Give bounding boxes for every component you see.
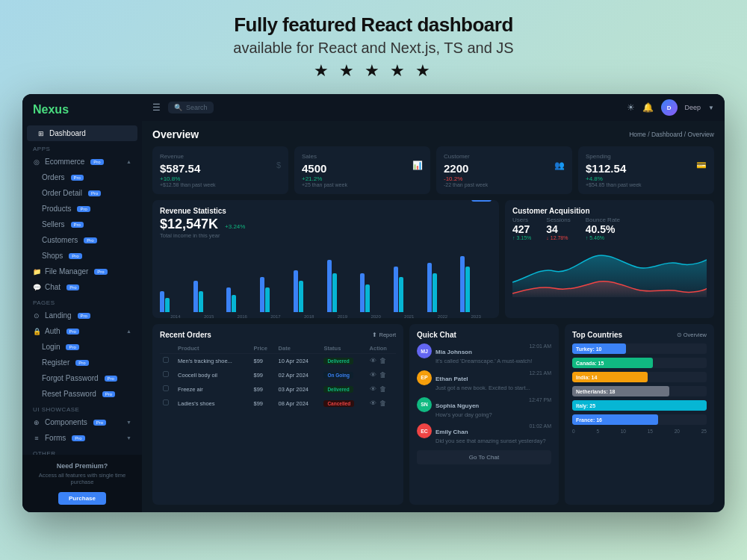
purchase-button[interactable]: Purchase — [58, 492, 106, 505]
view-icon[interactable]: 👁 — [370, 399, 376, 407]
chat-name: Ethan Patel — [436, 376, 468, 382]
sidebar-item-customers[interactable]: Customers Pro — [22, 232, 142, 248]
bar-revenue — [332, 273, 337, 312]
country-bar-track: Netherlands: 18 — [572, 386, 707, 396]
bar-group — [327, 260, 359, 312]
dashboard-frame: Nexus ⊞ Dashboard Apps ◎ Ecommerce Pro ▲… — [22, 94, 725, 512]
bell-icon[interactable]: 🔔 — [642, 102, 654, 113]
main-content: ☰ 🔍 Search ☀ 🔔 D Deep ▼ Overview Home / … — [142, 94, 725, 512]
ui-showcase-section: UI Showcase — [22, 402, 142, 414]
bar-group — [460, 256, 492, 312]
quick-chat-header: Quick Chat — [417, 331, 551, 339]
hero-stars: ★ ★ ★ ★ ★ — [15, 61, 732, 81]
bar-revenue — [299, 281, 303, 312]
view-icon[interactable]: 👁 — [370, 357, 376, 364]
row-checkbox[interactable] — [160, 382, 175, 396]
sidebar-item-register[interactable]: Register Pro — [22, 355, 142, 370]
sun-icon[interactable]: ☀ — [627, 102, 635, 113]
charts-row: Revenue Statistics $12,547K +3.24% Total… — [152, 200, 714, 318]
sidebar-item-products[interactable]: Products Pro — [22, 201, 142, 217]
stat-sales-value: 4500 — [302, 162, 423, 175]
country-name: Netherlands: 18 — [576, 389, 616, 394]
sidebar-item-forms[interactable]: ≡ Forms Pro ▼ — [22, 430, 142, 446]
stat-card-revenue: Revenue $ $587.54 +10.8% +$12.58 than pa… — [152, 146, 288, 194]
country-bar-fill: India: 14 — [572, 372, 648, 382]
components-icon: ⊕ — [33, 419, 40, 426]
bar-revenue — [265, 287, 270, 312]
row-checkbox[interactable] — [160, 396, 175, 411]
bar-year-label: 2019 — [327, 314, 359, 318]
search-bar[interactable]: 🔍 Search — [168, 102, 214, 113]
country-name: India: 14 — [576, 375, 597, 380]
sidebar-nav: ⊞ Dashboard Apps ◎ Ecommerce Pro ▲ Order… — [22, 122, 142, 455]
chat-avatar: MJ — [417, 343, 432, 358]
stat-sales-label: Sales — [302, 153, 423, 160]
x-axis-label: 5 — [596, 429, 599, 434]
file-manager-badge: Pro — [94, 269, 107, 275]
user-chevron-icon[interactable]: ▼ — [708, 105, 714, 111]
row-status: On Going — [320, 368, 366, 382]
report-button[interactable]: ⬆ Report — [372, 332, 396, 338]
sidebar-item-shops[interactable]: Shops Pro — [22, 248, 142, 264]
sidebar-item-sellers[interactable]: Sellers Pro — [22, 217, 142, 232]
row-checkbox[interactable] — [160, 368, 175, 382]
sidebar-item-dashboard[interactable]: ⊞ Dashboard — [27, 125, 137, 141]
revenue-chart-title: Revenue Statistics — [160, 207, 245, 215]
sidebar-item-login[interactable]: Login Pro — [22, 339, 142, 355]
stat-sales-change: +21.2% — [302, 175, 423, 182]
hamburger-icon[interactable]: ☰ — [152, 102, 161, 113]
tab-month[interactable]: Month — [444, 200, 468, 202]
page-header: Overview Home / Dashboard / Overview — [152, 128, 714, 140]
row-product: Men's tracking shoe... — [175, 354, 250, 368]
chat-time: 01:02 AM — [529, 423, 551, 429]
go-to-chat-button[interactable]: Go To Chat — [417, 450, 551, 464]
row-checkbox[interactable] — [160, 354, 175, 368]
need-premium-label: Need Premium? — [31, 462, 133, 470]
sidebar-item-file-manager[interactable]: 📁 File Manager Pro — [22, 264, 142, 279]
topbar-right: ☀ 🔔 D Deep ▼ — [627, 99, 714, 116]
delete-icon[interactable]: 🗑 — [379, 357, 386, 364]
tab-year[interactable]: Year — [471, 200, 492, 202]
x-axis-label: 0 — [572, 429, 575, 434]
sidebar-item-ecommerce[interactable]: ◎ Ecommerce Pro ▲ — [22, 154, 142, 169]
country-row: Turkey: 10 — [572, 343, 707, 354]
stats-row: Revenue $ $587.54 +10.8% +$12.58 than pa… — [152, 146, 714, 194]
bar-year-label: 2020 — [360, 314, 391, 318]
recent-orders-title: Recent Orders — [160, 331, 211, 339]
sidebar-item-landing[interactable]: ⊙ Landing Pro — [22, 308, 142, 323]
chat-avatar: SN — [417, 397, 432, 412]
recent-orders-card: Recent Orders ⬆ Report Product Price Dat… — [152, 324, 403, 505]
other-section: Other — [22, 446, 142, 455]
tab-day[interactable]: Day — [422, 200, 441, 202]
avatar[interactable]: D — [661, 99, 678, 116]
forgot-password-badge: Pro — [105, 376, 117, 382]
country-name: France: 16 — [576, 417, 602, 423]
countries-overview-button[interactable]: ⊙ Overview — [677, 332, 707, 338]
row-date: 10 Apr 2024 — [276, 354, 321, 368]
bar-group — [260, 277, 291, 312]
sidebar-item-orders[interactable]: Orders Pro — [22, 169, 142, 185]
view-icon[interactable]: 👁 — [370, 385, 376, 393]
sidebar-item-forgot-password[interactable]: Forgot Password Pro — [22, 370, 142, 386]
col-product: Product — [175, 343, 250, 354]
acq-sessions: Sessions 34 ↓ 12.78% — [546, 217, 570, 240]
delete-icon[interactable]: 🗑 — [379, 399, 386, 407]
sidebar-item-auth[interactable]: 🔒 Auth Pro ▲ — [22, 323, 142, 339]
sidebar-item-components[interactable]: ⊕ Components Pro ▼ — [22, 414, 142, 430]
ecommerce-icon: ◎ — [33, 158, 40, 166]
revenue-chart-value: $12,547K — [160, 217, 218, 232]
landing-badge: Pro — [78, 313, 90, 319]
sidebar-bottom: Need Premium? Access all features with s… — [22, 455, 142, 512]
delete-icon[interactable]: 🗑 — [379, 371, 386, 379]
sidebar-item-chat[interactable]: 💬 Chat Pro — [22, 279, 142, 295]
country-name: Turkey: 10 — [576, 346, 602, 352]
view-icon[interactable]: 👁 — [370, 371, 376, 379]
sidebar-item-reset-password[interactable]: Reset Password Pro — [22, 386, 142, 402]
bar-orders — [294, 270, 298, 312]
sidebar-item-order-detail[interactable]: Order Detail Pro — [22, 185, 142, 201]
bar-orders — [360, 273, 365, 312]
quick-chat-card: Quick Chat MJ Mia Johnson 12:01 AM It's … — [409, 324, 559, 505]
customers-badge: Pro — [84, 237, 96, 243]
delete-icon[interactable]: 🗑 — [379, 385, 386, 393]
chat-text: It's called 'Dreamscape.' A must-watch! — [436, 358, 551, 365]
